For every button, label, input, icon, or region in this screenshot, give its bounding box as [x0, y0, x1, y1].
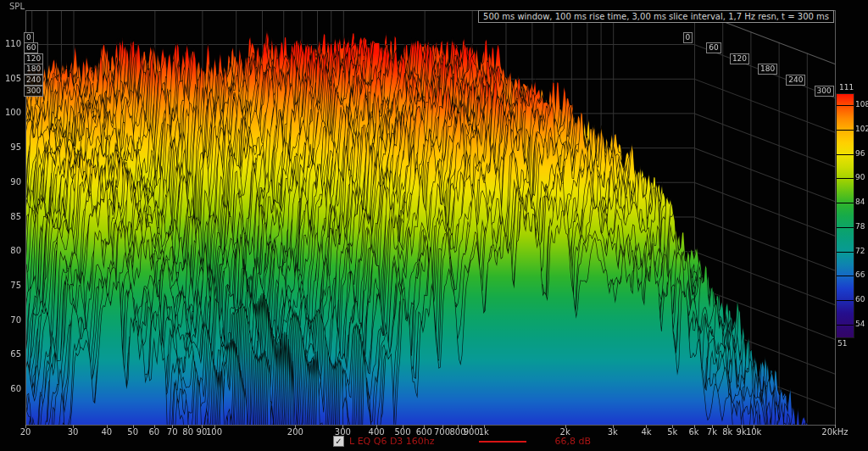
time-tick-label: 0: [24, 32, 34, 43]
time-tick-label: 60: [24, 42, 38, 53]
freq-tick-label: 8k: [722, 427, 732, 437]
legend-row: ✓ L EQ Q6 D3 160hz 66,8 dB: [333, 436, 591, 447]
spl-tick-label: 100: [0, 108, 21, 117]
waterfall-plot-canvas[interactable]: [0, 0, 868, 451]
time-tick-label: 240: [786, 75, 805, 86]
trace-color-line: [479, 441, 526, 443]
time-tick-label: 0: [683, 32, 693, 43]
freq-tick-label: 80: [182, 427, 193, 437]
freq-tick-label: 20: [20, 427, 31, 437]
freq-tick-label: 4k: [641, 427, 651, 437]
colorbar-tick-label: 102: [855, 125, 868, 133]
colorbar-tick-label: 60: [855, 295, 865, 303]
colorbar-min-label: 51: [837, 339, 847, 348]
spl-tick-label: 75: [0, 281, 21, 290]
freq-tick-label: 200: [287, 427, 303, 437]
time-tick-label: 300: [815, 86, 834, 97]
time-tick-label: 120: [24, 53, 43, 64]
colorbar-tick-label: 66: [855, 270, 865, 279]
spl-tick-label: 65: [0, 349, 21, 359]
freq-tick-label: 7k: [707, 427, 717, 437]
freq-tick-label: 60: [149, 427, 160, 437]
trace-label[interactable]: L EQ Q6 D3 160hz: [349, 436, 435, 447]
colorbar-separator: [837, 325, 854, 326]
freq-tick-label: 6k: [688, 427, 698, 437]
colorbar-separator: [837, 105, 854, 106]
colorbar-max-label: 111: [839, 83, 854, 92]
colorbar-tick-label: 72: [855, 247, 865, 255]
freq-tick-label: 9k: [737, 427, 747, 437]
spl-tick-label: 110: [0, 39, 21, 48]
spl-tick-label: 90: [0, 177, 21, 187]
spl-tick-label: 70: [0, 315, 21, 325]
spl-tick-label: 85: [0, 212, 21, 221]
colorbar-separator: [837, 252, 854, 253]
colorbar-tick-label: 78: [855, 222, 865, 231]
colorbar-separator: [837, 154, 854, 155]
time-tick-label: 180: [24, 64, 43, 75]
trace-value: 66,8 dB: [555, 436, 592, 447]
spl-tick-label: 60: [0, 384, 21, 393]
colorbar-tick-label: 84: [855, 198, 865, 206]
waterfall-window: SPL 500 ms window, 100 ms rise time, 3,0…: [0, 0, 868, 451]
measurement-info-bar: 500 ms window, 100 ms rise time, 3,00 ms…: [478, 10, 834, 23]
colorbar-tick-label: 96: [855, 149, 865, 158]
freq-tick-label: 3k: [608, 427, 618, 437]
spl-tick-label: 105: [0, 74, 21, 83]
freq-tick-label: 50: [127, 427, 138, 437]
freq-tick-label: 20kHz: [821, 427, 848, 437]
spl-colorbar: [836, 93, 854, 338]
freq-tick-label: 70: [167, 427, 178, 437]
colorbar-tick-label: 90: [855, 173, 865, 181]
time-tick-label: 180: [758, 64, 777, 75]
freq-tick-label: 40: [101, 427, 112, 437]
freq-tick-label: 10k: [746, 427, 762, 437]
colorbar-separator: [837, 130, 854, 131]
freq-tick-label: 5k: [667, 427, 677, 437]
colorbar-separator: [837, 178, 854, 179]
trace-checkbox[interactable]: ✓: [333, 436, 344, 447]
freq-tick-label: 30: [68, 427, 79, 437]
time-tick-label: 300: [24, 86, 43, 97]
spl-axis-title: SPL: [9, 2, 25, 11]
spl-tick-label: 95: [0, 142, 21, 152]
colorbar-tick-label: 108: [855, 100, 868, 109]
spl-tick-label: 80: [0, 246, 21, 255]
freq-tick-label: 100: [206, 427, 222, 437]
colorbar-separator: [837, 276, 854, 276]
colorbar-tick-label: 54: [855, 320, 865, 328]
time-tick-label: 60: [706, 42, 721, 53]
time-tick-label: 120: [730, 53, 749, 64]
colorbar-separator: [837, 203, 854, 203]
colorbar-separator: [837, 300, 854, 301]
colorbar-separator: [837, 227, 854, 228]
time-tick-label: 240: [24, 75, 43, 86]
